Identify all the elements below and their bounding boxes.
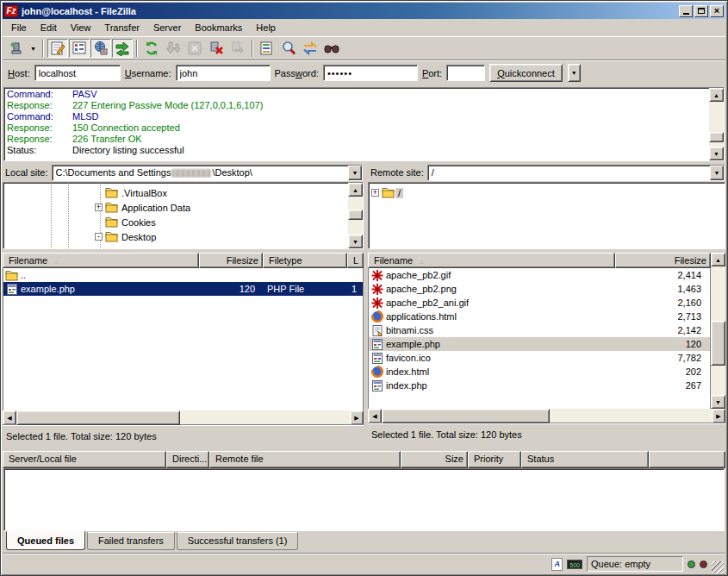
- tab-failed-transfers[interactable]: Failed transfers: [87, 532, 175, 550]
- resize-grip[interactable]: [712, 561, 724, 573]
- close-button[interactable]: ×: [710, 5, 724, 17]
- file-row[interactable]: favicon.ico7,782: [369, 351, 710, 365]
- local-site-combobox[interactable]: C:\Documents and Settings\Desktop\ ▼: [52, 165, 363, 181]
- menu-item-view[interactable]: View: [64, 21, 98, 34]
- scroll-right-button[interactable]: ▶: [712, 409, 725, 423]
- scroll-right-button[interactable]: ▶: [350, 410, 364, 425]
- column-header-filetype[interactable]: Filetype: [263, 253, 347, 268]
- sync-browse-icon[interactable]: [300, 39, 320, 58]
- disconnect-icon[interactable]: [206, 39, 227, 58]
- column-header-priority[interactable]: Priority: [468, 451, 521, 468]
- scroll-up-button[interactable]: ▲: [711, 253, 725, 266]
- chevron-down-icon[interactable]: ▼: [710, 166, 724, 180]
- column-header-size[interactable]: Size: [401, 451, 468, 468]
- scroll-track[interactable]: [382, 409, 712, 423]
- cancel-icon: [184, 39, 205, 58]
- column-header-filesize[interactable]: Filesize: [199, 253, 263, 268]
- tree-item[interactable]: .VirtualBox: [3, 185, 348, 200]
- column-header-server-local-file[interactable]: Server/Local file: [3, 451, 166, 468]
- file-row[interactable]: apache_pb2_ani.gif2,160: [369, 296, 710, 310]
- quickconnect-dropdown-button[interactable]: ▼: [568, 64, 581, 82]
- menu-item-bookmarks[interactable]: Bookmarks: [188, 21, 249, 34]
- scroll-thumb[interactable]: [709, 132, 724, 142]
- quickconnect-button[interactable]: Quickconnect: [489, 64, 563, 82]
- menu-bar: FileEditViewTransferServerBookmarksHelp: [3, 19, 725, 36]
- column-header-status[interactable]: Status: [521, 451, 649, 468]
- scroll-thumb[interactable]: [711, 321, 725, 366]
- scroll-up-button[interactable]: ▲: [348, 183, 363, 197]
- tree-item[interactable]: +Application Data: [3, 200, 348, 215]
- scroll-track[interactable]: [709, 102, 724, 147]
- file-name-label: index.html: [386, 366, 429, 377]
- title-bar[interactable]: Fz john@localhost - FileZilla ×: [3, 3, 725, 19]
- menu-item-transfer[interactable]: Transfer: [97, 21, 146, 34]
- column-header-filename[interactable]: Filename▵: [368, 253, 615, 268]
- minimize-button[interactable]: [679, 5, 693, 17]
- toggle-remote-tree-icon[interactable]: [90, 39, 111, 58]
- toggle-message-log-icon[interactable]: [47, 39, 68, 58]
- scroll-left-button[interactable]: ◀: [3, 410, 16, 425]
- tree-item[interactable]: +/: [369, 185, 725, 200]
- column-header-filename[interactable]: Filename▵: [3, 253, 199, 268]
- file-row[interactable]: apache_pb2.png1,463: [369, 282, 710, 296]
- remote-hscrollbar[interactable]: ◀ ▶: [368, 409, 725, 423]
- log-scrollbar[interactable]: ▲ ▼: [709, 88, 724, 160]
- tree-item[interactable]: -Desktop: [3, 229, 348, 244]
- port-input[interactable]: [446, 65, 485, 81]
- speed-limit-icon: 500: [567, 560, 582, 569]
- file-row[interactable]: index.php267: [369, 379, 710, 392]
- menu-item-server[interactable]: Server: [146, 21, 188, 34]
- column-header-filesize[interactable]: Filesize: [615, 253, 711, 268]
- file-row[interactable]: ..: [3, 268, 363, 282]
- file-row[interactable]: index.html202: [369, 365, 710, 379]
- scroll-down-button[interactable]: ▼: [348, 235, 363, 248]
- file-row[interactable]: example.php120: [369, 337, 710, 351]
- remote-site-combobox[interactable]: / ▼: [427, 165, 725, 181]
- remote-list-scrollbar[interactable]: ▲ ▼: [711, 253, 725, 409]
- toolbar-separator: [252, 40, 253, 57]
- username-input[interactable]: [176, 65, 271, 81]
- collapse-icon[interactable]: -: [95, 233, 103, 241]
- local-hscrollbar[interactable]: ◀ ▶: [3, 410, 364, 425]
- expand-icon[interactable]: +: [95, 203, 103, 211]
- maximize-button[interactable]: [694, 5, 708, 17]
- file-row[interactable]: apache_pb2.gif2,414: [369, 268, 710, 282]
- column-header-remote-file[interactable]: Remote file: [209, 451, 401, 468]
- scroll-left-button[interactable]: ◀: [368, 409, 382, 423]
- host-input[interactable]: [34, 65, 121, 81]
- file-row[interactable]: applications.html2,713: [369, 310, 710, 323]
- dropdown-arrow-icon[interactable]: ▼: [28, 39, 39, 58]
- compare-icon[interactable]: [278, 39, 299, 58]
- expand-icon[interactable]: +: [371, 189, 379, 197]
- filter-icon[interactable]: [257, 39, 277, 58]
- find-icon[interactable]: [321, 39, 342, 58]
- tab-queued-files[interactable]: Queued files: [6, 531, 85, 550]
- password-input[interactable]: [323, 65, 418, 81]
- file-row[interactable]: bitnami.css2,142: [369, 323, 710, 337]
- scroll-thumb[interactable]: [382, 409, 550, 423]
- column-header-direction[interactable]: Directi...: [166, 451, 209, 468]
- window-title: john@localhost - FileZilla: [22, 6, 675, 16]
- scroll-down-button[interactable]: ▼: [711, 395, 725, 409]
- refresh-icon[interactable]: [141, 39, 162, 58]
- local-tree-scrollbar[interactable]: ▲ ▼: [348, 183, 363, 248]
- tab-successful-transfers-1[interactable]: Successful transfers (1): [177, 532, 299, 550]
- toggle-queue-icon[interactable]: [112, 39, 133, 58]
- tree-item[interactable]: Cookies: [3, 215, 348, 229]
- file-row[interactable]: example.php120PHP File1: [3, 282, 363, 296]
- scroll-down-button[interactable]: ▼: [709, 147, 724, 160]
- scroll-track[interactable]: [348, 197, 363, 235]
- scroll-thumb[interactable]: [348, 210, 363, 220]
- scroll-track[interactable]: [16, 410, 350, 425]
- menu-item-file[interactable]: File: [4, 21, 34, 34]
- scroll-thumb[interactable]: [16, 410, 180, 425]
- column-header-lastmodified[interactable]: L: [347, 253, 364, 268]
- chevron-down-icon[interactable]: ▼: [348, 166, 362, 180]
- scroll-track[interactable]: [711, 266, 725, 395]
- menu-item-edit[interactable]: Edit: [34, 21, 64, 34]
- menu-item-help[interactable]: Help: [249, 21, 283, 34]
- remote-site-label: Remote site:: [369, 167, 424, 178]
- scroll-up-button[interactable]: ▲: [709, 88, 724, 102]
- site-manager-icon[interactable]: [6, 39, 27, 58]
- toggle-local-tree-icon[interactable]: [69, 39, 90, 58]
